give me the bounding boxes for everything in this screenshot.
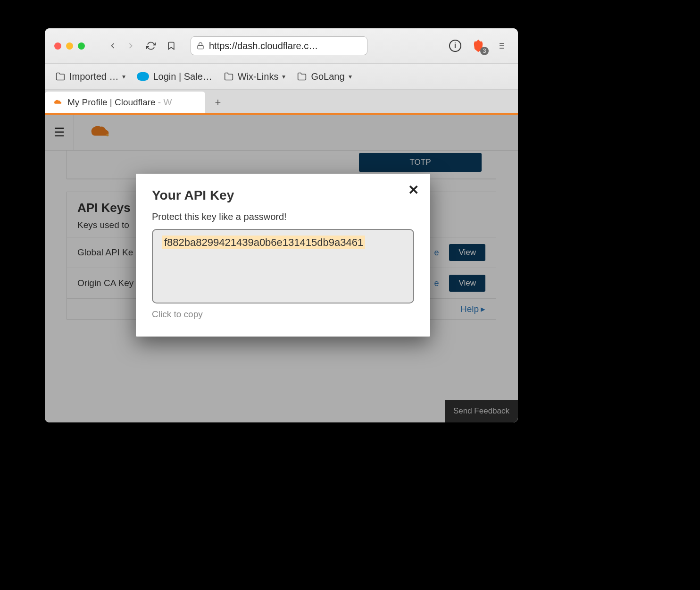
page-content: ☰ TOTP API Keys Keys used to Global API … (45, 113, 518, 422)
bookmark-folder-golang[interactable]: GoLang ▾ (297, 71, 351, 82)
reload-button[interactable] (144, 39, 158, 52)
maximize-window-button[interactable] (78, 42, 85, 50)
url-bar[interactable]: https://dash.cloudflare.c… (191, 36, 367, 55)
new-tab-button[interactable]: + (211, 95, 225, 110)
svg-rect-0 (198, 45, 203, 49)
tab-title: My Profile | Cloudflare - W (67, 97, 172, 108)
info-icon[interactable]: i (449, 40, 461, 52)
close-window-button[interactable] (54, 42, 61, 50)
menu-button[interactable] (495, 39, 508, 52)
lock-icon (197, 42, 204, 50)
close-icon[interactable]: ✕ (408, 182, 419, 198)
toolbar-right: i 3 (449, 38, 508, 53)
tab-strip: My Profile | Cloudflare - W + (45, 90, 518, 113)
folder-icon (55, 72, 66, 81)
folder-icon (224, 72, 234, 81)
titlebar: https://dash.cloudflare.c… i 3 (45, 28, 518, 64)
bookmarks-bar: Imported … ▾ Login | Sale… Wix-Links ▾ G… (45, 64, 518, 90)
brave-shields-button[interactable]: 3 (471, 38, 486, 53)
salesforce-icon (137, 72, 149, 81)
shields-count: 3 (480, 47, 489, 55)
url-text: https://dash.cloudflare.c… (209, 41, 318, 51)
nav-arrows (106, 39, 137, 52)
bookmark-salesforce[interactable]: Login | Sale… (137, 71, 212, 82)
tab-cloudflare-profile[interactable]: My Profile | Cloudflare - W (45, 92, 205, 113)
chevron-down-icon: ▾ (122, 73, 125, 80)
chevron-down-icon: ▾ (282, 73, 285, 80)
bookmark-folder-imported[interactable]: Imported … ▾ (55, 71, 125, 82)
back-button[interactable] (106, 39, 119, 52)
api-key-modal: ✕ Your API Key Protect this key like a p… (136, 174, 430, 337)
modal-title: Your API Key (152, 188, 414, 203)
svg-rect-3 (500, 48, 504, 49)
traffic-lights (54, 42, 85, 50)
forward-button[interactable] (124, 39, 137, 52)
chevron-down-icon: ▾ (349, 73, 352, 80)
svg-rect-1 (500, 43, 504, 44)
svg-rect-2 (500, 45, 504, 46)
api-key-value[interactable]: f882ba8299421439a0b6e131415db9a3461 (162, 236, 365, 249)
bookmark-folder-wix[interactable]: Wix-Links ▾ (224, 71, 286, 82)
minimize-window-button[interactable] (66, 42, 73, 50)
bookmark-button[interactable] (165, 39, 178, 52)
modal-warning: Protect this key like a password! (152, 211, 414, 222)
copy-hint: Click to copy (152, 309, 414, 320)
folder-icon (297, 72, 307, 81)
api-key-box[interactable]: f882ba8299421439a0b6e131415db9a3461 (152, 229, 414, 303)
hamburger-icon (497, 41, 507, 51)
browser-window: https://dash.cloudflare.c… i 3 Imported … (45, 28, 518, 422)
cloudflare-icon (52, 99, 63, 106)
